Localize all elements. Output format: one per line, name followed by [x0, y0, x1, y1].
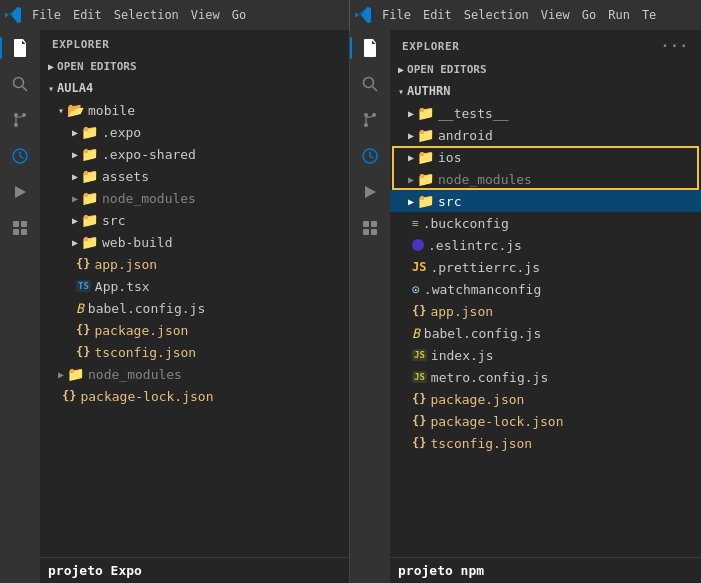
package-lock-json-left[interactable]: {} package-lock.json — [40, 385, 349, 407]
app-tsx-left[interactable]: TS App.tsx — [40, 275, 349, 297]
files-icon-left[interactable] — [8, 36, 32, 60]
menu-run-right[interactable]: Run — [602, 0, 636, 30]
package-json-left[interactable]: {} package.json — [40, 319, 349, 341]
svg-line-1 — [23, 87, 28, 92]
svg-rect-10 — [21, 229, 27, 235]
menu-selection-left[interactable]: Selection — [108, 0, 185, 30]
node-modules-label-right: node_modules — [438, 172, 532, 187]
folder-icon: 📁 — [81, 212, 98, 228]
menu-go-left[interactable]: Go — [226, 0, 252, 30]
extensions-icon-left[interactable] — [8, 216, 32, 240]
eslint-icon — [412, 239, 424, 251]
chevron-right-icon: ▶ — [72, 149, 78, 160]
app-json-left[interactable]: {} app.json — [40, 253, 349, 275]
menu-file-right[interactable]: File — [376, 0, 417, 30]
authrn-folder[interactable]: ▾ AUTHRN — [390, 80, 701, 102]
mobile-folder[interactable]: ▾ 📂 mobile — [40, 99, 349, 121]
node-modules-root-left[interactable]: ▶ 📁 node_modules — [40, 363, 349, 385]
menu-selection-right[interactable]: Selection — [458, 0, 535, 30]
tests-folder[interactable]: ▶ 📁 __tests__ — [390, 102, 701, 124]
json-icon: {} — [412, 392, 426, 406]
json-icon: {} — [76, 257, 90, 271]
tsconfig-json-right[interactable]: {} tsconfig.json — [390, 432, 701, 454]
files-icon-right[interactable] — [358, 36, 382, 60]
app-json-label: app.json — [94, 257, 157, 272]
folder-icon: 📁 — [81, 146, 98, 162]
folder-icon: 📁 — [67, 366, 84, 382]
clock-icon-left[interactable] — [8, 144, 32, 168]
svg-rect-7 — [13, 221, 19, 227]
babel-config-right[interactable]: B babel.config.js — [390, 322, 701, 344]
menu-view-right[interactable]: View — [535, 0, 576, 30]
explorer-dots[interactable]: ··· — [661, 38, 689, 54]
tsconfig-json-left[interactable]: {} tsconfig.json — [40, 341, 349, 363]
menu-go-right[interactable]: Go — [576, 0, 602, 30]
expo-shared-folder[interactable]: ▶ 📁 .expo-shared — [40, 143, 349, 165]
activity-bar-left — [0, 30, 40, 583]
chevron-down-icon: ▾ — [58, 105, 64, 116]
open-editors-section-right[interactable]: ▶ OPEN EDITORS — [390, 58, 701, 80]
src-label-right: src — [438, 194, 461, 209]
run-icon-left[interactable] — [8, 180, 32, 204]
run-icon-right[interactable] — [358, 180, 382, 204]
package-json-right[interactable]: {} package.json — [390, 388, 701, 410]
metro-config-label: metro.config.js — [431, 370, 548, 385]
eslintrc-file[interactable]: .eslintrc.js — [390, 234, 701, 256]
aula4-folder[interactable]: ▾ AULA4 — [40, 77, 349, 99]
open-editors-label: OPEN EDITORS — [57, 60, 136, 73]
web-build-folder[interactable]: ▶ 📁 web-build — [40, 231, 349, 253]
json-icon: {} — [62, 389, 76, 403]
buckconfig-file[interactable]: ≡ .buckconfig — [390, 212, 701, 234]
src-folder-left[interactable]: ▶ 📁 src — [40, 209, 349, 231]
search-icon-right[interactable] — [358, 72, 382, 96]
svg-rect-19 — [371, 221, 377, 227]
package-json-label: package.json — [94, 323, 188, 338]
ios-folder[interactable]: ▶ 📁 ios — [390, 146, 701, 168]
node-modules-folder-right[interactable]: ▶ 📁 node_modules — [390, 168, 701, 190]
metro-config-file[interactable]: JS metro.config.js — [390, 366, 701, 388]
bottom-label-right: projeto npm — [390, 557, 701, 583]
clock-icon-right[interactable] — [358, 144, 382, 168]
assets-label: assets — [102, 169, 149, 184]
svg-point-14 — [364, 123, 368, 127]
watchmanconfig-file[interactable]: ⊙ .watchmanconfig — [390, 278, 701, 300]
node-modules-folder-left[interactable]: ▶ 📁 node_modules — [40, 187, 349, 209]
source-control-icon-left[interactable] — [8, 108, 32, 132]
file-tree-left: ▶ OPEN EDITORS ▾ AULA4 ▾ 📂 mobile — [40, 55, 349, 557]
explorer-header-right: EXPLORER — [402, 40, 459, 53]
src-folder-right[interactable]: ▶ 📁 src — [390, 190, 701, 212]
vscode-icon-right — [354, 6, 372, 24]
index-js-file[interactable]: JS index.js — [390, 344, 701, 366]
web-build-label: web-build — [102, 235, 172, 250]
source-control-icon-right[interactable] — [358, 108, 382, 132]
menu-file-left[interactable]: File — [26, 0, 67, 30]
expo-folder[interactable]: ▶ 📁 .expo — [40, 121, 349, 143]
buckconfig-label: .buckconfig — [423, 216, 509, 231]
chevron-right-icon: ▶ — [72, 127, 78, 138]
menu-view-left[interactable]: View — [185, 0, 226, 30]
search-icon-left[interactable] — [8, 72, 32, 96]
package-json-label-right: package.json — [430, 392, 524, 407]
src-label: src — [102, 213, 125, 228]
open-editors-section-left[interactable]: ▶ OPEN EDITORS — [40, 55, 349, 77]
prettierrc-file[interactable]: JS .prettierrc.js — [390, 256, 701, 278]
chevron-right-icon: ▶ — [72, 237, 78, 248]
svg-rect-18 — [363, 221, 369, 227]
assets-folder[interactable]: ▶ 📁 assets — [40, 165, 349, 187]
menu-te-right[interactable]: Te — [636, 0, 662, 30]
json-icon: {} — [76, 345, 90, 359]
svg-rect-20 — [363, 229, 369, 235]
extensions-icon-right[interactable] — [358, 216, 382, 240]
ios-label: ios — [438, 150, 461, 165]
android-folder[interactable]: ▶ 📁 android — [390, 124, 701, 146]
menu-edit-right[interactable]: Edit — [417, 0, 458, 30]
folder-open-icon: 📂 — [67, 102, 84, 118]
menu-edit-left[interactable]: Edit — [67, 0, 108, 30]
babel-config-left[interactable]: B babel.config.js — [40, 297, 349, 319]
json-icon: {} — [412, 436, 426, 450]
app-json-right[interactable]: {} app.json — [390, 300, 701, 322]
package-lock-json-right[interactable]: {} package-lock.json — [390, 410, 701, 432]
svg-point-3 — [14, 123, 18, 127]
babel-config-label: babel.config.js — [88, 301, 205, 316]
chevron-right-icon: ▶ — [72, 171, 78, 182]
